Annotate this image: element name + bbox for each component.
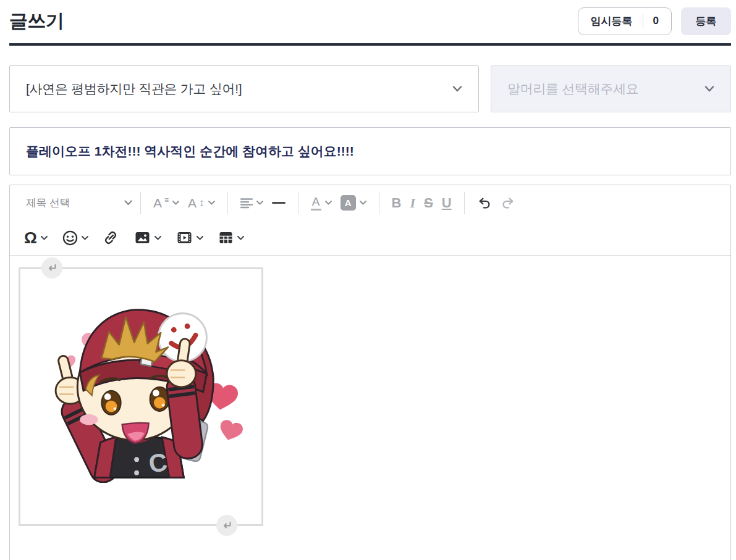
italic-icon: I [410,196,415,210]
heading-select[interactable]: 제목 선택 [20,196,132,210]
chevron-down-icon [256,201,263,205]
image-button[interactable] [130,230,166,245]
toolbar-divider [227,192,228,214]
horizontal-rule-icon [272,202,286,204]
header-divider [9,43,731,46]
enter-key-icon [222,521,232,530]
background-color-icon: A [341,195,356,211]
chevron-down-icon [154,236,161,240]
temp-save-label: 임시등록 [591,14,633,28]
image-icon [134,230,151,245]
undo-button[interactable] [473,196,496,209]
link-button[interactable] [99,230,122,245]
temp-save-divider [643,14,643,28]
selected-image-block[interactable]: C [19,267,263,526]
strikethrough-button[interactable]: S [420,196,438,210]
chevron-down-icon [124,200,132,206]
page-title: 글쓰기 [9,9,64,34]
toolbar-divider [298,192,298,214]
table-icon [218,230,234,245]
toolbar-row-2: Ω [10,220,730,256]
chevron-down-icon [452,86,462,92]
temp-save-count: 0 [653,15,659,27]
board-select[interactable]: [사연은 평범하지만 직관은 가고 싶어!] [9,65,479,112]
font-color-button[interactable]: A [307,196,336,211]
underline-icon: U [442,196,452,210]
prefix-select[interactable]: 말머리를 선택해주세요 [491,65,731,112]
title-row [9,127,731,175]
editor: 제목 선택 A ≡ A ↕ [9,185,731,560]
strikethrough-icon: S [424,196,433,210]
write-post-page: 글쓰기 임시등록 0 등록 [사연은 평범하지만 직관은 가고 싶어!] 말머리… [0,0,736,560]
chevron-down-icon [237,236,244,240]
submit-button[interactable]: 등록 [681,7,731,35]
redo-icon [501,196,515,209]
chevron-down-icon [41,236,48,240]
font-family-icon: A [153,196,162,209]
temp-save-button[interactable]: 임시등록 0 [578,7,672,35]
chevron-down-icon [704,86,714,92]
chevron-down-icon [325,201,332,205]
toolbar-divider [140,192,141,214]
font-size-mark: ↕ [199,198,205,208]
chevron-down-icon [197,236,203,240]
background-color-button[interactable]: A [336,195,371,211]
font-family-button[interactable]: A ≡ [149,196,184,209]
emoticon-button[interactable] [58,230,93,246]
bold-icon: B [392,196,402,210]
mascot-sticker-image: C [30,283,248,483]
prefix-select-placeholder: 말머리를 선택해주세요 [507,80,639,98]
page-header: 글쓰기 임시등록 0 등록 [9,0,731,37]
horizontal-rule-button[interactable] [268,202,290,204]
chevron-down-icon [360,201,366,205]
align-icon [240,197,253,209]
font-family-mark: ≡ [164,196,169,204]
link-icon [103,230,118,245]
insert-paragraph-below-button[interactable] [216,515,237,536]
toolbar-divider [379,192,379,214]
header-actions: 임시등록 0 등록 [578,7,731,35]
bold-button[interactable]: B [387,196,406,210]
special-character-button[interactable]: Ω [20,230,52,246]
align-button[interactable] [236,197,268,209]
font-size-icon: A [188,196,197,209]
underline-button[interactable]: U [438,196,456,210]
editor-content[interactable]: C [10,256,730,560]
heading-select-label: 제목 선택 [26,196,70,210]
italic-button[interactable]: I [405,196,420,210]
special-character-icon: Ω [24,230,37,246]
video-icon [176,230,193,245]
toolbar-row-1: 제목 선택 A ≡ A ↕ [10,185,730,220]
insert-paragraph-above-button[interactable] [41,257,62,278]
video-button[interactable] [172,230,208,245]
font-size-button[interactable]: A ↕ [184,196,219,209]
toolbar-divider [464,192,465,214]
enter-key-icon [47,264,57,272]
font-color-icon: A [311,196,321,211]
chevron-down-icon [82,236,88,240]
svg-text:C: C [147,448,169,479]
board-select-value: [사연은 평범하지만 직관은 가고 싶어!] [26,80,242,98]
redo-button[interactable] [496,196,520,209]
chevron-down-icon [172,201,179,205]
table-button[interactable] [214,230,248,245]
chevron-down-icon [208,201,215,205]
undo-icon [477,196,492,209]
selects-row: [사연은 평범하지만 직관은 가고 싶어!] 말머리를 선택해주세요 [9,65,731,112]
post-title-input[interactable] [9,127,731,175]
emoticon-icon [62,230,78,246]
